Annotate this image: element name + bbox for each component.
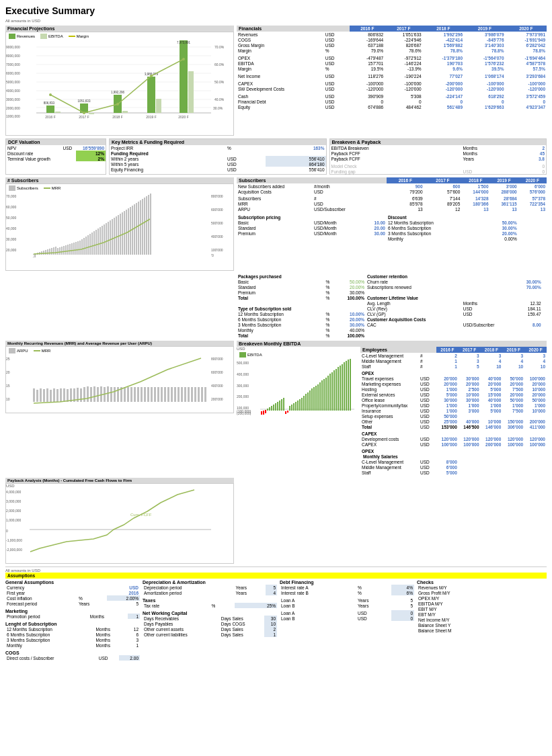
svg-rect-157 (164, 387, 166, 402)
table-row: EBITDAUSD 157'701-146'224 190'7031'576'2… (237, 60, 547, 66)
svg-rect-72 (79, 241, 81, 255)
svg-rect-204 (313, 387, 315, 411)
svg-rect-75 (85, 237, 87, 255)
svg-rect-142 (114, 387, 116, 402)
table-row: PremiumUSD/Month 30.00 3 Months Subscrip… (237, 230, 547, 236)
taxes-table: Tax rate% 25% (143, 603, 277, 608)
svg-text:30.0%: 30.0% (213, 106, 223, 110)
table-row: BasicUSD/Month 10.00 12 Months Subscript… (237, 220, 547, 225)
svg-rect-190 (285, 411, 286, 414)
depr-table: Depreciation periodYears 5 Amortization … (143, 585, 277, 595)
svg-rect-134 (87, 386, 89, 402)
debt-financing: Debt Financing Interest rate A% 4% Inter… (280, 580, 414, 661)
year-2020-header: 2020 F (506, 26, 547, 32)
svg-rect-137 (97, 387, 99, 402)
svg-rect-146 (127, 387, 129, 402)
svg-rect-127 (63, 388, 65, 402)
svg-rect-141 (110, 387, 112, 402)
table-row: EBT M/Y (417, 612, 547, 617)
legend-arpu: ARPU (9, 348, 28, 353)
marketing-table: Promotion periodMonths 1 (5, 614, 140, 619)
subscribers-section: # Subscribers Subscribers MRR 70,000 60,… (5, 177, 547, 271)
table-row: Marketing expensesUSD 20'00020'000 20'00… (360, 381, 547, 386)
table-row: MRRUSD 85'97889'205 180'366361'115722'35… (237, 201, 547, 206)
mrr-arpu-header: Monthly Recurring Revenues (MRR) and Ave… (5, 341, 234, 346)
financial-projections-panel: Financial Projections Revenues EBITDA Ma… (5, 26, 234, 136)
svg-rect-58 (51, 248, 52, 255)
payback-chart: USD 4,000,000 3,000,000 2,000,000 1,000,… (5, 483, 234, 564)
svg-rect-64 (63, 246, 65, 255)
dcf-table: NPV USD 16'559'890 Discount rate 12% Ter… (6, 145, 106, 161)
table-row: Other current liabilitiesDays Sales 1 (143, 632, 277, 637)
svg-rect-179 (263, 411, 264, 415)
mrr-arpu-panel: Monthly Recurring Revenues (MRR) and Ave… (5, 341, 234, 475)
svg-rect-76 (87, 235, 89, 255)
cogs-label: COGS (5, 650, 140, 655)
svg-rect-91 (118, 215, 119, 255)
svg-rect-65 (65, 245, 67, 255)
bar-2020-ebitda (188, 71, 194, 113)
table-row: Staff# 15 101010 (360, 364, 547, 369)
year-2016-header: 2016 F (350, 26, 385, 32)
svg-rect-195 (295, 402, 297, 411)
svg-text:400,000: 400,000 (237, 372, 249, 376)
svg-text:(200,000): (200,000) (237, 411, 251, 415)
svg-rect-59 (53, 247, 54, 255)
table-row: Type of Subscription sold CLV (Rev) USD … (237, 306, 547, 311)
financials-table: Financials 2016 F 2017 F 2018 F 2019 F 2… (237, 26, 547, 110)
svg-rect-81 (97, 228, 99, 255)
metrics-row: DCF Valuation NPV USD 16'559'890 Discoun… (5, 138, 547, 175)
table-row: Gross Profit M/Y (417, 590, 547, 595)
table-row: HostingUSD 1'0002'500 5'0007'50010'000 (360, 386, 547, 392)
svg-rect-55 (45, 250, 46, 255)
svg-point-30 (116, 103, 119, 106)
svg-rect-89 (114, 218, 115, 255)
svg-rect-220 (346, 361, 347, 411)
table-row: Middle Management# 13 444 (360, 358, 547, 364)
legend-margin-line (69, 36, 75, 37)
debt-label: Debt Financing (280, 580, 414, 585)
table-row: Financial DebtUSD 00 000 (237, 99, 547, 104)
chart-legend: Revenues EBITDA Margin (6, 32, 233, 40)
svg-text:4,000,000: 4,000,000 (6, 490, 21, 494)
svg-rect-202 (309, 390, 311, 411)
table-row: Office leaseUSD 30'00030'000 40'00050'00… (360, 397, 547, 403)
table-row: RevenuesUSD 806'8321'051'633 1'992'2963'… (237, 32, 547, 37)
svg-text:2018 F: 2018 F (112, 115, 123, 119)
legend-ebitda-color (40, 34, 47, 39)
svg-point-31 (150, 75, 153, 77)
table-row: OtherUSD 25'00040'000 10'000150'000200'0… (360, 419, 547, 424)
svg-rect-185 (275, 403, 276, 411)
svg-text:1051,633: 1051,633 (78, 99, 91, 103)
table-row: Premium% 30.00% (237, 290, 547, 295)
table-row: NPV USD 16'559'890 (6, 145, 106, 151)
svg-text:200'000: 200'000 (211, 397, 223, 401)
svg-rect-210 (325, 378, 327, 411)
svg-rect-78 (91, 233, 93, 255)
bar-2018-ebitda (122, 111, 128, 113)
svg-text:30,000: 30,000 (6, 237, 17, 241)
svg-rect-63 (61, 247, 63, 255)
table-row: Loan AYears 5 (280, 597, 414, 603)
svg-rect-133 (83, 387, 85, 402)
table-row: Promotion periodMonths 1 (5, 614, 140, 619)
table-row: Net Income M/Y (417, 617, 547, 622)
svg-rect-69 (73, 243, 75, 255)
svg-rect-83 (102, 226, 103, 255)
svg-rect-213 (331, 372, 333, 411)
bar-2019-revenue (147, 77, 155, 113)
table-row: Days ReceivablesDays Sales 30 (143, 616, 277, 621)
svg-rect-73 (81, 239, 83, 255)
table-row: Interest rate A% 4% (280, 585, 414, 590)
breakeven-opex-row: USD EBITDA 500,000 400,000 300,000 200,0… (237, 347, 547, 475)
table-row: New Subscribers added#/month 900600 1'50… (237, 183, 547, 189)
svg-text:400'000: 400'000 (211, 384, 223, 388)
breakeven-header: Breakeven & Payback (330, 139, 547, 145)
table-row: Cost inflation% 2.00% (5, 595, 140, 601)
svg-rect-148 (134, 387, 136, 402)
mrr-arpu-chart: ARPU MRR 25 20 15 10 800'000 600'000 400… (5, 346, 234, 413)
legend-subs-color (9, 185, 15, 191)
table-row: Property/community/taxUSD 1'0001'000 1'0… (360, 403, 547, 408)
bar-2020-revenue (180, 40, 188, 113)
svg-rect-215 (336, 369, 337, 411)
